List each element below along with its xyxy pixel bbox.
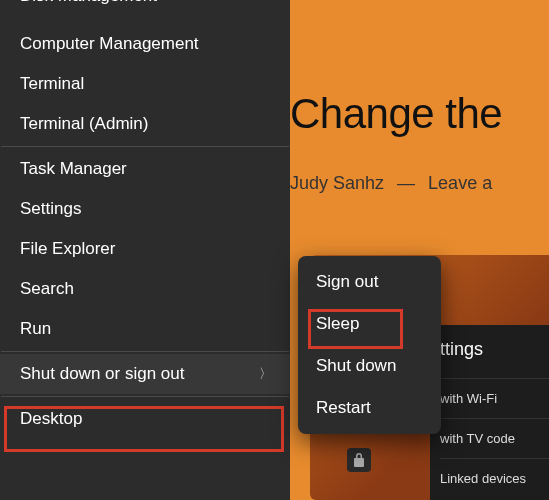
article-author: Judy Sanhz	[290, 173, 384, 193]
menu-item-label: Run	[20, 319, 51, 339]
menu-separator	[1, 146, 289, 147]
article-byline: Judy Sanhz — Leave a	[290, 173, 549, 194]
menu-item-task-manager[interactable]: Task Manager	[0, 149, 290, 189]
menu-item-label: Disk Management	[20, 0, 157, 6]
submenu-item-label: Sign out	[316, 272, 378, 292]
submenu-item-sign-out[interactable]: Sign out	[298, 261, 441, 303]
submenu-item-sleep[interactable]: Sleep	[298, 303, 441, 345]
menu-item-computer-management[interactable]: Computer Management	[0, 24, 290, 64]
menu-item-label: Settings	[20, 199, 81, 219]
menu-item-label: File Explorer	[20, 239, 115, 259]
submenu-item-label: Restart	[316, 398, 371, 418]
byline-separator: —	[397, 173, 415, 193]
article-background: Change the Judy Sanhz — Leave a	[290, 90, 549, 194]
menu-item-label: Desktop	[20, 409, 82, 429]
submenu-item-label: Sleep	[316, 314, 359, 334]
menu-item-terminal-admin[interactable]: Terminal (Admin)	[0, 104, 290, 144]
menu-item-run[interactable]: Run	[0, 309, 290, 349]
menu-item-settings[interactable]: Settings	[0, 189, 290, 229]
menu-item-label: Computer Management	[20, 34, 199, 54]
menu-item-file-explorer[interactable]: File Explorer	[0, 229, 290, 269]
menu-item-label: Terminal	[20, 74, 84, 94]
winx-context-menu: Disk Management Computer Management Term…	[0, 0, 290, 500]
submenu-item-restart[interactable]: Restart	[298, 387, 441, 429]
article-title: Change the	[290, 90, 549, 138]
menu-separator	[1, 396, 289, 397]
lock-icon	[347, 448, 371, 472]
settings-row: Linked devices	[440, 458, 549, 498]
menu-item-search[interactable]: Search	[0, 269, 290, 309]
settings-panel: ttings with Wi-Fi with TV code Linked de…	[430, 325, 549, 500]
menu-item-terminal[interactable]: Terminal	[0, 64, 290, 104]
menu-separator	[1, 351, 289, 352]
settings-row: with TV code	[440, 418, 549, 458]
menu-item-label: Task Manager	[20, 159, 127, 179]
submenu-item-label: Shut down	[316, 356, 396, 376]
menu-item-label: Terminal (Admin)	[20, 114, 148, 134]
menu-item-desktop[interactable]: Desktop	[0, 399, 290, 439]
menu-item-disk-management[interactable]: Disk Management	[0, 0, 290, 24]
power-submenu: Sign out Sleep Shut down Restart	[298, 256, 441, 434]
settings-row: with Wi-Fi	[440, 378, 549, 418]
menu-item-label: Search	[20, 279, 74, 299]
menu-item-shutdown-signout[interactable]: Shut down or sign out 〉	[0, 354, 290, 394]
chevron-right-icon: 〉	[259, 365, 272, 383]
article-leave-comment: Leave a	[428, 173, 492, 193]
menu-item-label: Shut down or sign out	[20, 364, 184, 384]
submenu-item-shut-down[interactable]: Shut down	[298, 345, 441, 387]
settings-header: ttings	[440, 339, 549, 360]
